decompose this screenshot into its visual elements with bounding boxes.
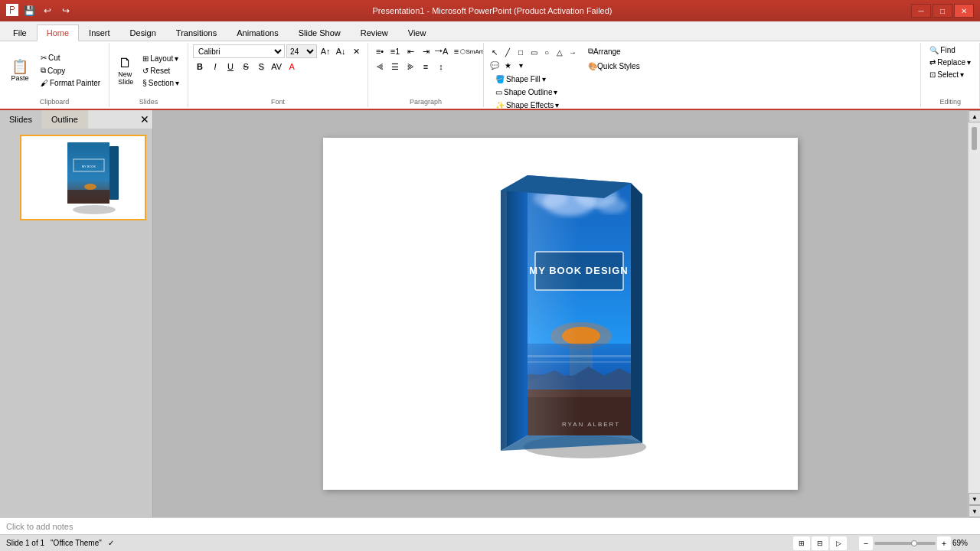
find-btn[interactable]: 🔍 Find	[926, 44, 975, 56]
ribbon: 📋 Paste ✂ Cut ⧉ Copy 🖌 Format Painter Cl…	[0, 41, 980, 110]
shadow-btn[interactable]: S	[254, 60, 268, 73]
scroll-thumb[interactable]	[972, 127, 977, 150]
shape-outline-btn[interactable]: ▭ Shape Outline ▾	[492, 86, 563, 98]
scroll-track	[969, 122, 980, 493]
maximize-button[interactable]: □	[933, 4, 952, 18]
tab-review[interactable]: Review	[351, 24, 398, 41]
more-shapes-btn[interactable]: ▾	[514, 59, 527, 71]
char-spacing-btn[interactable]: AV	[270, 60, 283, 73]
slide-canvas[interactable]: MY BOOK DESIGN RYAN ALBERT	[323, 138, 798, 490]
slides-tab[interactable]: Slides	[0, 110, 42, 129]
strikethrough-btn[interactable]: S	[239, 60, 253, 73]
arrow-tool[interactable]: →	[567, 46, 579, 58]
layout-icon: ⊞	[142, 54, 149, 63]
decrease-font-btn[interactable]: A↓	[334, 44, 348, 58]
align-right-btn[interactable]: ⫸	[403, 60, 417, 73]
tab-view[interactable]: View	[398, 24, 436, 41]
tab-transitions[interactable]: Transitions	[166, 24, 227, 41]
font-name-select[interactable]: Calibri	[193, 44, 285, 58]
right-scrollbar[interactable]: ▲ ▼ ▼	[968, 110, 980, 517]
layout-arrow: ▾	[175, 54, 178, 63]
outline-tab[interactable]: Outline	[42, 110, 88, 129]
replace-btn[interactable]: ⇄ Replace ▾	[926, 57, 975, 68]
scroll-down-arrow-2[interactable]: ▼	[969, 505, 980, 517]
decrease-indent-btn[interactable]: ⇤	[403, 44, 417, 58]
scroll-up-arrow[interactable]: ▲	[969, 110, 980, 122]
tab-insert[interactable]: Insert	[79, 24, 120, 41]
ribbon-tabs: File Home Insert Design Transitions Anim…	[0, 21, 980, 41]
zoom-out-btn[interactable]: −	[859, 536, 873, 550]
quick-styles-icon: 🎨	[588, 62, 597, 70]
increase-font-btn[interactable]: A↑	[318, 44, 332, 58]
tab-file[interactable]: File	[3, 24, 37, 41]
save-quick-btn[interactable]: 💾	[21, 3, 37, 18]
font-size-select[interactable]: 24	[286, 44, 317, 58]
zoom-in-btn[interactable]: +	[937, 536, 951, 550]
slides-buttons: 🗋 NewSlide ⊞ Layout ▾ ↺ Reset § Section …	[114, 44, 183, 96]
titlebar-controls: ─ □ ✕	[911, 4, 974, 18]
clear-format-btn[interactable]: ✕	[349, 44, 363, 58]
cut-button[interactable]: ✂ Cut	[37, 52, 104, 64]
select-btn[interactable]: ⊡ Select ▾	[926, 69, 975, 80]
format-painter-button[interactable]: 🖌 Format Painter	[37, 77, 104, 89]
paste-button[interactable]: 📋 Paste	[5, 57, 35, 84]
tab-slideshow[interactable]: Slide Show	[289, 24, 351, 41]
tab-design[interactable]: Design	[120, 24, 166, 41]
slides-panel-close[interactable]: ✕	[137, 110, 152, 129]
quick-styles-btn[interactable]: 🎨 Quick Styles	[584, 60, 644, 73]
status-bar: Slide 1 of 1 "Office Theme" ✓ ⊞ ⊟ ▷ − + …	[0, 534, 980, 551]
tab-home[interactable]: Home	[37, 24, 79, 41]
copy-button[interactable]: ⧉ Copy	[37, 64, 104, 77]
increase-indent-btn[interactable]: ⇥	[419, 44, 433, 58]
align-center-btn[interactable]: ☰	[388, 60, 402, 73]
new-slide-label: NewSlide	[118, 70, 133, 86]
paste-icon: 📋	[11, 60, 28, 73]
normal-view-btn[interactable]: ⊞	[793, 536, 810, 550]
select-tool[interactable]: ↖	[488, 46, 501, 58]
arrange-btn[interactable]: ⧉ Arrange	[584, 44, 644, 58]
redo-quick-btn[interactable]: ↪	[58, 3, 74, 18]
slide-sorter-btn[interactable]: ⊟	[812, 536, 828, 550]
italic-btn[interactable]: I	[208, 60, 222, 73]
section-arrow: ▾	[175, 79, 179, 87]
col-spacing-btn[interactable]: ↕	[434, 60, 448, 73]
bold-btn[interactable]: B	[193, 60, 207, 73]
section-button[interactable]: § Section ▾	[139, 77, 183, 89]
text-direction-btn[interactable]: ⭢A	[434, 44, 448, 58]
undo-quick-btn[interactable]: ↩	[40, 3, 55, 18]
rect-tool[interactable]: □	[514, 46, 527, 58]
reset-button[interactable]: ↺ Reset	[139, 65, 183, 77]
underline-btn[interactable]: U	[224, 60, 237, 73]
convert-smartart-btn[interactable]: ⬡SmArt	[465, 44, 479, 58]
cut-icon: ✂	[41, 54, 47, 62]
shape-fill-btn[interactable]: 🪣 Shape Fill ▾	[492, 73, 563, 85]
bullets-btn[interactable]: ≡•	[373, 44, 387, 58]
shape-effects-btn[interactable]: ✨ Shape Effects ▾	[492, 99, 563, 111]
line-tool[interactable]: ╱	[501, 46, 514, 58]
scroll-down-arrow-1[interactable]: ▼	[969, 493, 980, 505]
canvas-area[interactable]: MY BOOK DESIGN RYAN ALBERT	[153, 110, 968, 517]
triangle-tool[interactable]: △	[554, 46, 566, 58]
justify-btn[interactable]: ≡	[419, 60, 433, 73]
minimize-button[interactable]: ─	[911, 4, 931, 18]
zoom-slider[interactable]	[874, 540, 936, 547]
notes-bar[interactable]: Click to add notes	[0, 517, 980, 534]
round-rect-tool[interactable]: ▭	[528, 46, 540, 58]
callout-tool[interactable]: 💬	[488, 59, 501, 71]
clipboard-group: 📋 Paste ✂ Cut ⧉ Copy 🖌 Format Painter Cl…	[0, 43, 109, 107]
layout-button[interactable]: ⊞ Layout ▾	[139, 53, 183, 64]
copy-icon: ⧉	[41, 66, 46, 75]
close-button[interactable]: ✕	[954, 4, 974, 18]
slide-1-thumb[interactable]: MY BOOK	[20, 135, 146, 220]
arrange-label: Arrange	[593, 47, 621, 56]
oval-tool[interactable]: ○	[541, 46, 553, 58]
svg-marker-10	[501, 189, 507, 451]
font-color-btn[interactable]: A	[285, 60, 299, 73]
new-slide-button[interactable]: 🗋 NewSlide	[114, 54, 137, 88]
tab-animations[interactable]: Animations	[227, 24, 288, 41]
reading-view-btn[interactable]: ▷	[830, 536, 847, 550]
book-container[interactable]: MY BOOK DESIGN RYAN ALBERT	[478, 160, 662, 468]
star-tool[interactable]: ★	[501, 59, 514, 71]
numbering-btn[interactable]: ≡1	[388, 44, 402, 58]
align-left-btn[interactable]: ⫷	[373, 60, 387, 73]
